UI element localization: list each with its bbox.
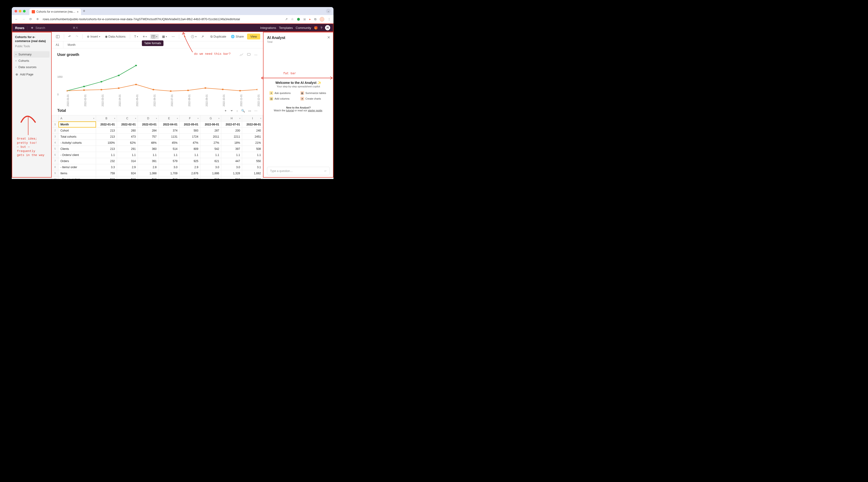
send-icon[interactable]: ↵ — [324, 169, 327, 173]
more-icon[interactable]: ⋯ — [254, 109, 257, 113]
extension-rows-icon[interactable]: ▸ — [309, 18, 311, 21]
column-header[interactable]: B▾ — [96, 115, 117, 121]
table-row[interactable]: 3Total cohorts21347375711311724201122112… — [52, 134, 263, 140]
open-external-icon[interactable]: ↗ — [285, 18, 288, 21]
comment-icon[interactable]: ▭ — [248, 109, 251, 113]
extension-icon[interactable]: ▣ — [303, 18, 306, 21]
extensions-icon[interactable]: ⧉ — [314, 18, 316, 21]
user-avatar[interactable]: H — [325, 25, 330, 30]
tooltip-table-formats: Table formats — [142, 40, 163, 46]
search-icon[interactable]: 🔍 — [241, 109, 245, 113]
back-icon[interactable]: ← — [14, 18, 18, 21]
column-header[interactable]: H▾ — [221, 115, 242, 121]
nav-templates[interactable]: Templates — [279, 26, 293, 30]
panel-toggle-icon[interactable] — [55, 34, 61, 39]
comment-icon[interactable] — [247, 53, 251, 57]
column-header[interactable]: D▾ — [137, 115, 158, 121]
view-button[interactable]: View — [247, 34, 260, 39]
ai-feature-summarize[interactable]: ▦ Summarize tables — [300, 91, 326, 95]
duplicate-button[interactable]: ⧉ Duplicate — [209, 34, 227, 39]
column-header[interactable]: C▾ — [117, 115, 137, 121]
more-format-icon[interactable]: ⋯ — [170, 34, 176, 39]
minimize-window-button[interactable] — [19, 10, 21, 12]
tabs-overflow-button[interactable]: ⌄ — [326, 9, 331, 13]
close-icon[interactable]: ✕ — [327, 35, 330, 40]
trend-icon[interactable]: ↗ — [200, 34, 205, 39]
ai-sparkle-icon[interactable]: ✦ — [224, 109, 227, 113]
sidebar-item-cohorts[interactable]: ▫Cohorts — [13, 58, 50, 64]
text-format-button[interactable]: T▾ — [133, 34, 140, 39]
table-row[interactable]: 9Items7599241,0881,7092,6761,8861,3281,6… — [52, 170, 263, 176]
table-row[interactable]: 1Month2022-01-012022-02-012022-03-012022… — [52, 121, 263, 127]
editor-toolbar: ↶ ↷ ⊕ Insert ▾ ◉ Data Actions — [52, 32, 263, 41]
more-icon[interactable]: ⋯ — [254, 53, 257, 57]
ai-feature-add-columns[interactable]: ▥ Add columns — [269, 97, 289, 100]
data-table[interactable]: A▾B▾C▾D▾E▾F▾G▾H▾I▾ 1Month2022-01-012022-… — [52, 115, 263, 179]
data-actions-button[interactable]: ◉ Data Actions — [103, 34, 127, 39]
table-row[interactable]: 6- Orders/ client1.11.11.11.11.11.11.11.… — [52, 152, 263, 158]
page-icon: ▫ — [16, 65, 17, 69]
nav-community[interactable]: Community — [296, 26, 311, 30]
table-row[interactable]: 2Cohort213260284374593287200240 — [52, 127, 263, 134]
cell-value[interactable]: Month — [63, 43, 75, 47]
table-row[interactable]: 5Clients213291360514809542397508 — [52, 146, 263, 152]
insert-button[interactable]: ⊕ Insert ▾ — [86, 34, 102, 39]
column-header[interactable]: F▾ — [179, 115, 200, 121]
global-search[interactable]: ❖ Search ⌘ K — [27, 26, 78, 30]
column-header[interactable]: A▾ — [59, 115, 96, 121]
page-icon: ▫ — [16, 53, 17, 56]
close-tab-icon[interactable]: × — [77, 10, 79, 13]
site-info-icon[interactable]: ⚙ — [36, 18, 39, 21]
column-header[interactable]: G▾ — [200, 115, 221, 121]
chart-type-icon[interactable] — [240, 53, 243, 57]
ai-feature-ask[interactable]: ✦ Ask questions — [269, 91, 290, 95]
document-folder: Public Tools — [13, 44, 50, 50]
ai-button[interactable]: ✦ — [182, 34, 187, 39]
share-button[interactable]: 🌐 Share — [229, 34, 245, 39]
close-window-button[interactable] — [14, 10, 17, 12]
brand-logo[interactable]: Rows — [15, 26, 24, 30]
browser-menu-icon[interactable]: ⋮ — [328, 18, 331, 21]
svg-rect-6 — [247, 53, 250, 55]
table-row[interactable]: 7Orders232314391579925621447550 — [52, 158, 263, 164]
reload-icon[interactable]: ⟳ — [29, 18, 32, 21]
table-row[interactable]: 8- Items/ order3.32.92.83.02.93.03.03.1 — [52, 164, 263, 170]
nav-integrations[interactable]: Integrations — [260, 26, 276, 30]
table-row[interactable]: 4- Activity/ cohorts100%62%48%45%47%27%1… — [52, 140, 263, 146]
ai-feature-charts[interactable]: ◔ Create charts — [300, 97, 321, 100]
help-icon[interactable]: ? — [320, 26, 322, 30]
add-page-button[interactable]: ⊕ Add Page — [13, 71, 50, 78]
tutorial-link[interactable]: tutorial — [286, 109, 294, 112]
new-tab-button[interactable]: + — [83, 9, 86, 13]
extension-icon[interactable] — [297, 18, 300, 21]
bookmark-icon[interactable]: ☆ — [291, 18, 294, 21]
columns-icon: ▥ — [269, 97, 273, 100]
chevron-down-icon: ▾ — [99, 35, 100, 38]
table-format-button[interactable]: ▾ — [150, 34, 159, 39]
undo-icon[interactable]: ↶ — [67, 34, 72, 39]
sidebar-item-data-sources[interactable]: ▫Data sources — [13, 64, 50, 70]
column-header[interactable]: E▾ — [158, 115, 179, 121]
browser-tab[interactable]: Cohorts for e-commerce (rea… × — [29, 8, 81, 15]
ai-question-input[interactable]: Type a question… ↵ — [267, 167, 330, 175]
gift-icon[interactable]: 🎁 — [314, 26, 318, 30]
url-input[interactable]: rows.com/humberto/public-tools/cohorts-f… — [43, 18, 240, 21]
clock-icon: ◔ — [300, 97, 304, 100]
sort-icon[interactable]: ↕ — [237, 109, 238, 113]
redo-icon[interactable]: ↷ — [74, 34, 80, 39]
history-button[interactable]: ▾ — [189, 34, 198, 39]
align-button[interactable]: ≡▾ — [142, 34, 148, 39]
filter-icon[interactable]: ⏷ — [230, 109, 233, 113]
profile-avatar-icon[interactable] — [320, 17, 324, 22]
column-header[interactable]: I▾ — [242, 115, 263, 121]
maximize-window-button[interactable] — [23, 10, 26, 12]
copy-icon: ⧉ — [210, 35, 213, 38]
sidebar: Cohorts for e-commerce (real data) Publi… — [12, 32, 52, 179]
forward-icon[interactable]: → — [22, 18, 25, 21]
search-kbd: ⌘ K — [73, 26, 78, 29]
sidebar-item-summary[interactable]: ▫Summary — [13, 51, 50, 58]
cell-format-button[interactable]: ▦▾ — [161, 34, 168, 39]
cell-reference[interactable]: A1 — [52, 41, 63, 48]
starter-guide-link[interactable]: starter guide — [308, 109, 322, 112]
table-row[interactable]: 10- Revenue/ item$19$19$19$19$19$19$18$2… — [52, 176, 263, 179]
